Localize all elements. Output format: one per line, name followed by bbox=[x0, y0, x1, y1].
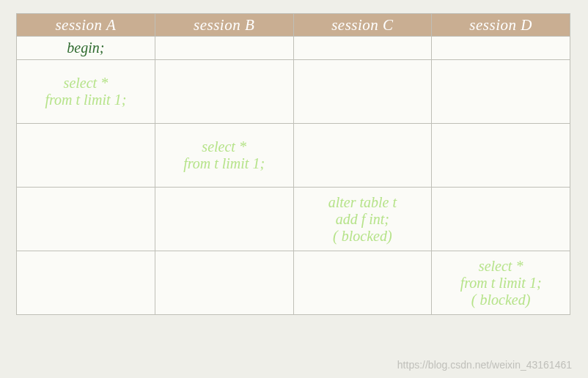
cell-empty bbox=[155, 251, 293, 315]
cell-empty bbox=[293, 60, 432, 124]
cell-empty bbox=[17, 251, 155, 315]
cell-empty bbox=[293, 251, 432, 315]
cell-empty bbox=[293, 124, 432, 188]
cell-select-d: select * from t limit 1; ( blocked) bbox=[432, 251, 570, 315]
cell-empty bbox=[432, 37, 570, 60]
diagram-page: session A session B session C session D … bbox=[0, 0, 588, 378]
cell-alter-c: alter table t add f int; ( blocked) bbox=[293, 188, 432, 251]
cell-empty bbox=[155, 188, 293, 251]
cell-text: alter table t add f int; ( blocked) bbox=[294, 188, 432, 251]
cell-text: begin; bbox=[17, 37, 155, 59]
table-row: select * from t limit 1; bbox=[17, 124, 570, 188]
cell-select-a: select * from t limit 1; bbox=[17, 60, 155, 124]
cell-empty bbox=[432, 124, 570, 188]
cell-empty bbox=[155, 37, 293, 60]
table-header-row: session A session B session C session D bbox=[17, 14, 570, 37]
cell-select-b: select * from t limit 1; bbox=[155, 124, 293, 188]
header-session-b: session B bbox=[155, 14, 293, 37]
table-row: select * from t limit 1; bbox=[17, 60, 570, 124]
cell-text: select * from t limit 1; bbox=[155, 124, 293, 187]
cell-empty bbox=[17, 124, 155, 188]
session-lock-table: session A session B session C session D … bbox=[16, 13, 570, 315]
cell-begin: begin; bbox=[17, 37, 155, 60]
table-row: begin; bbox=[17, 37, 570, 60]
cell-empty bbox=[432, 188, 570, 251]
header-session-d: session D bbox=[432, 14, 570, 37]
cell-empty bbox=[432, 60, 570, 124]
header-session-a: session A bbox=[17, 14, 155, 37]
cell-empty bbox=[17, 188, 155, 251]
watermark-text: https://blog.csdn.net/weixin_43161461 bbox=[397, 359, 572, 371]
cell-text: select * from t limit 1; bbox=[17, 60, 155, 123]
cell-text: select * from t limit 1; ( blocked) bbox=[432, 251, 570, 314]
cell-empty bbox=[293, 37, 432, 60]
cell-empty bbox=[155, 60, 293, 124]
table-row: select * from t limit 1; ( blocked) bbox=[17, 251, 570, 315]
header-session-c: session C bbox=[293, 14, 432, 37]
table-row: alter table t add f int; ( blocked) bbox=[17, 188, 570, 251]
